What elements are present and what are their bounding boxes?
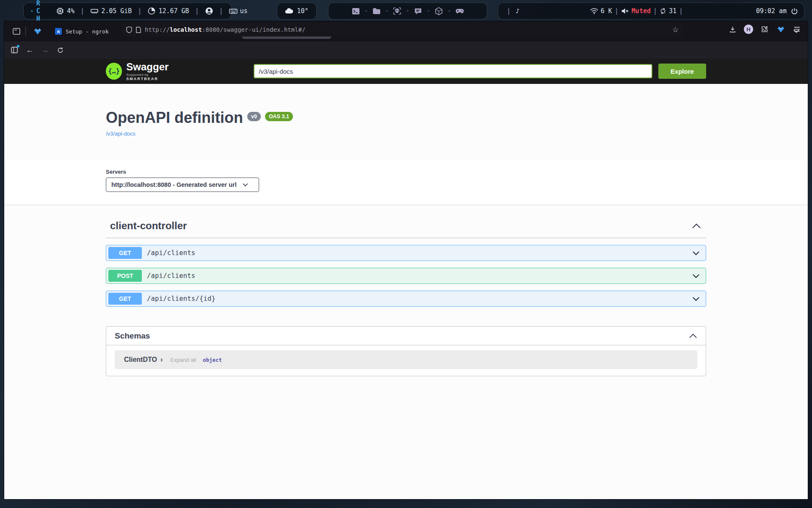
cube-icon[interactable]: [435, 7, 443, 15]
folder-icon[interactable]: [372, 7, 381, 15]
separator: |: [217, 7, 226, 15]
expand-operation-button[interactable]: [692, 297, 700, 301]
collapse-schemas-button[interactable]: [689, 333, 697, 339]
wifi-icon: [590, 8, 598, 14]
operation-path: /api/clients: [147, 272, 195, 280]
bookmark-star-button[interactable]: ☆: [672, 25, 679, 34]
sidebar-toggle-button[interactable]: [8, 44, 21, 56]
cpu-usage: 4%: [56, 7, 75, 15]
speaker-muted-icon: [621, 8, 629, 14]
terminal-icon[interactable]: [351, 7, 360, 15]
chevron-down-icon: [243, 183, 248, 186]
disk-pie-icon: [147, 7, 156, 15]
clock: 09:02 am: [756, 7, 787, 15]
puzzle-icon: [761, 26, 768, 33]
separator: |: [677, 7, 685, 15]
spec-url-input[interactable]: [254, 64, 652, 78]
separator: |: [135, 7, 144, 15]
schemas-title: Schemas: [115, 331, 150, 341]
pinned-tab-gem[interactable]: [29, 24, 46, 39]
tag-divider: [106, 238, 706, 238]
keyboard-icon: [229, 7, 238, 15]
tab-title: Setup - ngrok: [66, 28, 130, 35]
status-bar: R C H 4% | 2.05 GiB | 12.67 GB | | us 10…: [0, 3, 812, 19]
extensions-button[interactable]: [758, 23, 771, 36]
downloads-button[interactable]: [726, 23, 739, 36]
hamburger-icon: [794, 27, 800, 32]
separator: |: [504, 7, 513, 15]
explore-button[interactable]: Explore: [658, 64, 706, 79]
version-badge: v0: [247, 112, 261, 121]
operation-path: /api/clients: [147, 249, 195, 257]
tab-separator: [25, 27, 26, 36]
servers-selected-value: http://localhost:8080 - Generated server…: [111, 181, 237, 188]
spec-link[interactable]: /v3/api-docs: [106, 130, 135, 137]
collapse-tag-button[interactable]: [692, 223, 701, 229]
muted-label: Muted: [632, 7, 651, 15]
network-value: 6 K: [601, 7, 612, 15]
separator: |: [78, 7, 87, 15]
sidebar-notification-dot: [17, 45, 19, 47]
skull-capture-icon[interactable]: [393, 7, 401, 15]
forward-button[interactable]: →: [38, 44, 52, 56]
extension-h-button[interactable]: H: [742, 23, 755, 36]
reload-button[interactable]: [53, 44, 67, 56]
gem-icon: [777, 26, 784, 33]
swagger-logo-subtitle: Supported by SMARTBEAR: [126, 73, 179, 81]
chat-icon[interactable]: [414, 7, 423, 15]
app-menu-button[interactable]: [790, 23, 804, 36]
model-expand-chevron[interactable]: ›: [160, 356, 163, 364]
user-indicator: [205, 7, 213, 15]
method-badge: GET: [108, 247, 142, 259]
arch-logo-icon: [30, 7, 33, 15]
keyboard-layout: us: [229, 7, 248, 15]
scheme-container: Servers http://localhost:8080 - Generate…: [4, 159, 808, 205]
sidebar-icon: [11, 47, 18, 53]
tag-title: client-controller: [106, 220, 187, 232]
servers-select[interactable]: http://localhost:8080 - Generated server…: [106, 178, 259, 192]
cpu-value: 4%: [67, 7, 75, 15]
model-type-label: object: [203, 357, 222, 363]
download-icon: [729, 26, 736, 33]
opblock-get-clients[interactable]: GET /api/clients: [106, 245, 706, 261]
tag-section-client-controller: client-controller GET /api/clients POST …: [106, 220, 706, 376]
statusbar-weather-module: 10°: [277, 3, 317, 19]
opblock-post-clients[interactable]: POST /api/clients: [106, 268, 706, 284]
chevron-down-icon: [692, 274, 700, 278]
back-button[interactable]: ←: [23, 44, 36, 56]
expand-all-label[interactable]: Expand all: [170, 357, 196, 363]
expand-operation-button[interactable]: [692, 251, 700, 255]
separator: |: [651, 7, 660, 15]
update-count: 31: [660, 7, 677, 15]
chevron-up-icon: [689, 333, 697, 339]
reload-icon: [57, 47, 64, 53]
gem-extension-button[interactable]: [774, 23, 787, 36]
page-info-icon: [136, 27, 141, 33]
chevron-down-icon: [692, 297, 700, 301]
swagger-page: {…} Swagger Supported by SMARTBEAR Explo…: [4, 58, 808, 499]
url-bar[interactable]: http://localhost:8080/swagger-ui/index.h…: [122, 23, 683, 36]
network-status: 6 K: [590, 7, 612, 15]
opblock-get-client-by-id[interactable]: GET /api/clients/{id}: [106, 291, 706, 307]
page-title: OpenAPI definition: [106, 110, 243, 125]
gamepad-icon[interactable]: [456, 7, 464, 15]
method-badge: GET: [108, 293, 142, 305]
url-text: http://localhost:8080/swagger-ui/index.h…: [145, 26, 668, 33]
expand-operation-button[interactable]: [692, 274, 700, 278]
extension-h-badge: H: [744, 25, 753, 34]
tray-separator-dot: ·: [385, 7, 389, 15]
music-note-icon: ♪: [516, 7, 519, 15]
music-indicator: | ♪: [504, 7, 519, 15]
statusbar-system-module: R C H 4% | 2.05 GiB | 12.67 GB | | us: [23, 3, 232, 19]
method-badge: POST: [108, 270, 142, 282]
chevron-up-icon: [692, 223, 701, 229]
model-clientdto[interactable]: ClientDTO › Expand all object: [115, 350, 697, 369]
firefox-view-button[interactable]: [9, 25, 24, 38]
user-icon: [205, 7, 213, 15]
statusbar-app-tray: · · · · ·: [328, 3, 487, 19]
ngrok-favicon: n: [55, 28, 62, 35]
tray-separator-dot: ·: [406, 7, 409, 15]
disk-value: 12.67 GB: [158, 7, 189, 15]
navigation-toolbar: ← → http://localhost:8080/swagger-ui/ind…: [4, 42, 808, 58]
gem-icon: [34, 28, 41, 35]
